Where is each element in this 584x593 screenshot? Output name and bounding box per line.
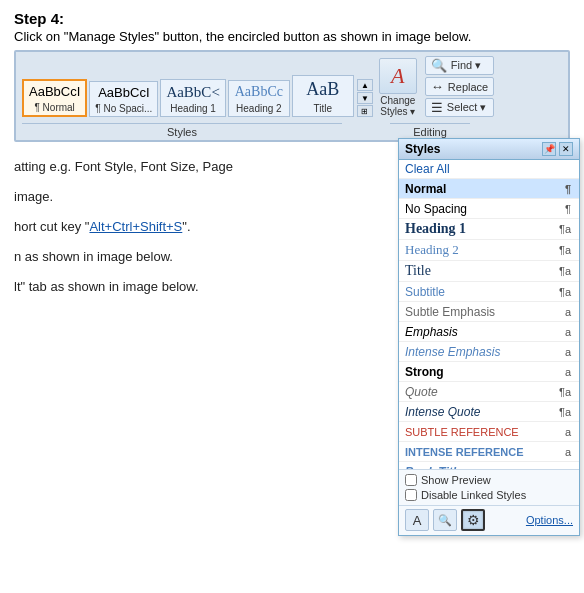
style-icon-strong: a [565,366,571,378]
style-heading1[interactable]: AaBbC< Heading 1 [160,79,225,117]
style-name-intense-reference: Intense Reference [405,446,561,458]
inspect-style-icon: 🔍 [438,514,452,527]
style-icon-heading2: ¶a [559,244,571,256]
style-icon-quote: ¶a [559,386,571,398]
style-name-strong: Strong [405,365,561,379]
scroll-expand-arrow[interactable]: ⊞ [357,105,373,117]
style-icon-subtle-reference: a [565,426,571,438]
style-title[interactable]: AaB Title [292,75,354,117]
styles-panel-header: Styles 📌 ✕ [399,139,579,160]
style-name-subtle-reference: Subtle Reference [405,426,561,438]
style-list-item-book-title[interactable]: Book Title a [399,462,579,470]
style-list-item-normal[interactable]: Normal ¶ [399,179,579,199]
step-area: Step 4: Click on "Manage Styles" button,… [0,0,584,50]
options-link[interactable]: Options... [526,514,573,526]
style-heading2-label: Heading 2 [236,103,282,114]
style-icon-intense-emphasis: a [565,346,571,358]
styles-panel-footer: Show Preview Disable Linked Styles [399,470,579,505]
style-name-subtitle: Subtitle [405,285,555,299]
style-no-spacing-label: ¶ No Spaci... [95,103,152,114]
style-icon-subtitle: ¶a [559,286,571,298]
change-styles-button[interactable]: A ChangeStyles ▾ [379,58,417,117]
style-scroll-arrows: ▲ ▼ ⊞ [357,79,373,117]
style-name-normal: Normal [405,182,561,196]
style-title-preview: AaB [306,79,339,101]
find-button[interactable]: 🔍 Find ▾ [425,56,494,75]
inspect-style-button[interactable]: 🔍 [433,509,457,531]
disable-linked-checkbox[interactable] [405,489,417,501]
panel-pin-button[interactable]: 📌 [542,142,556,156]
scroll-up-arrow[interactable]: ▲ [357,79,373,91]
style-name-intense-emphasis: Intense Emphasis [405,345,561,359]
ribbon-right-buttons: 🔍 Find ▾ ↔ Replace ☰ Select ▾ [425,56,494,117]
style-name-heading1: Heading 1 [405,221,555,237]
panel-close-button[interactable]: ✕ [559,142,573,156]
replace-button[interactable]: ↔ Replace [425,77,494,96]
style-list-item-title[interactable]: Title ¶a [399,261,579,282]
change-styles-icon: A [379,58,417,94]
show-preview-checkbox[interactable] [405,474,417,486]
style-heading2[interactable]: AaBbCc Heading 2 [228,80,290,117]
style-icon-intense-quote: ¶a [559,406,571,418]
styles-panel-title: Styles [405,142,440,156]
style-icon-normal: ¶ [565,183,571,195]
manage-styles-button[interactable]: ⚙ [461,509,485,531]
new-style-button[interactable]: A [405,509,429,531]
disable-linked-row: Disable Linked Styles [405,489,573,501]
style-list-item-no-spacing[interactable]: No Spacing ¶ [399,199,579,219]
style-list-item-strong[interactable]: Strong a [399,362,579,382]
editing-section-label: Editing [390,123,470,138]
select-icon: ☰ [431,100,443,115]
find-label: Find ▾ [451,59,481,72]
style-title-label: Title [314,103,333,114]
step-title: Step 4: [14,10,570,27]
style-heading2-preview: AaBbCc [235,84,283,101]
style-name-heading2: Heading 2 [405,242,555,258]
style-list-item-emphasis[interactable]: Emphasis a [399,322,579,342]
show-preview-label: Show Preview [421,474,491,486]
style-list-item-subtle-reference[interactable]: Subtle Reference a [399,422,579,442]
style-no-spacing-preview: AaBbCcI [98,85,149,101]
style-list-item-intense-reference[interactable]: Intense Reference a [399,442,579,462]
ribbon: AaBbCcI ¶ Normal AaBbCcI ¶ No Spaci... A… [14,50,570,142]
style-name-quote: Quote [405,385,555,399]
style-name-subtle-emphasis: Subtle Emphasis [405,305,561,319]
style-list-item-heading1[interactable]: Heading 1 ¶a [399,219,579,240]
style-list-item-subtle-emphasis[interactable]: Subtle Emphasis a [399,302,579,322]
style-heading1-label: Heading 1 [170,103,216,114]
style-icon-intense-reference: a [565,446,571,458]
styles-panel-controls: 📌 ✕ [542,142,573,156]
clear-all-item[interactable]: Clear All [399,160,579,179]
style-icon-subtle-emphasis: a [565,306,571,318]
select-label: Select ▾ [447,101,487,114]
replace-icon: ↔ [431,79,444,94]
styles-panel: Styles 📌 ✕ Clear All Normal ¶ No Spacing… [398,138,580,536]
style-name-intense-quote: Intense Quote [405,405,555,419]
style-normal[interactable]: AaBbCcI ¶ Normal [22,79,87,117]
style-list-item-intense-quote[interactable]: Intense Quote ¶a [399,402,579,422]
style-list-item-heading2[interactable]: Heading 2 ¶a [399,240,579,261]
style-heading1-preview: AaBbC< [166,83,219,101]
style-icon-title: ¶a [559,265,571,277]
style-normal-label: ¶ Normal [34,102,74,113]
style-icon-no-spacing: ¶ [565,203,571,215]
style-no-spacing[interactable]: AaBbCcI ¶ No Spaci... [89,81,158,117]
select-button[interactable]: ☰ Select ▾ [425,98,494,117]
show-preview-row: Show Preview [405,474,573,486]
style-name-no-spacing: No Spacing [405,202,561,216]
bottom-icon-group: A 🔍 ⚙ [405,509,485,531]
style-list-item-quote[interactable]: Quote ¶a [399,382,579,402]
style-list-item-subtitle[interactable]: Subtitle ¶a [399,282,579,302]
styles-panel-bottom-bar: A 🔍 ⚙ Options... [399,505,579,535]
find-icon: 🔍 [431,58,447,73]
manage-styles-icon: ⚙ [467,512,480,528]
style-icon-emphasis: a [565,326,571,338]
style-list-item-intense-emphasis[interactable]: Intense Emphasis a [399,342,579,362]
main-content: atting e.g. Font Style, Font Size, Page … [0,146,584,316]
style-name-title: Title [405,263,555,279]
styles-section-label: Styles [22,123,342,138]
style-icon-heading1: ¶a [559,223,571,235]
scroll-down-arrow[interactable]: ▼ [357,92,373,104]
new-style-icon: A [413,513,422,528]
change-styles-label: ChangeStyles ▾ [380,95,415,117]
